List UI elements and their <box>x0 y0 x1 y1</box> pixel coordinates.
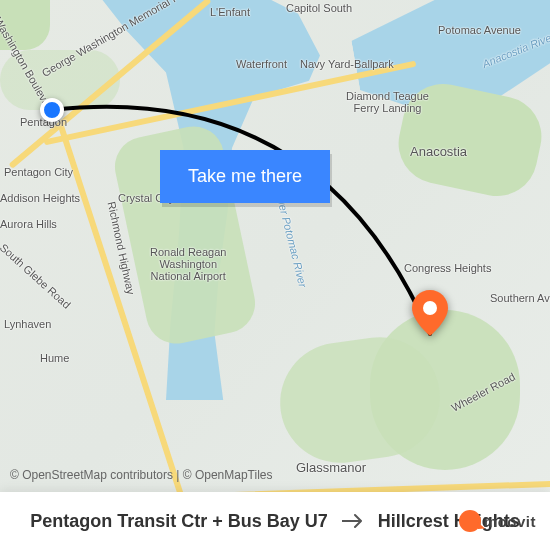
route-summary-bar: Pentagon Transit Ctr + Bus Bay U7 Hillcr… <box>0 492 550 550</box>
arrow-right-icon <box>342 513 364 529</box>
park-area <box>391 77 549 204</box>
map-label: Aurora Hills <box>0 218 57 230</box>
map-label: Pentagon City <box>4 166 73 178</box>
map-label: Capitol South <box>286 2 352 14</box>
map-canvas[interactable]: Pentagon Pentagon City Addison Heights A… <box>0 0 550 550</box>
svg-point-0 <box>423 301 437 315</box>
park-area <box>0 0 50 50</box>
map-label: Addison Heights <box>0 192 80 204</box>
map-label: Southern Avenue <box>490 292 550 304</box>
moovit-logo[interactable]: moovit <box>459 510 536 532</box>
map-attribution: © OpenStreetMap contributors | © OpenMap… <box>10 468 272 482</box>
map-label: Congress Heights <box>404 262 491 274</box>
map-label: Lynhaven <box>4 318 51 330</box>
map-label: Hume <box>40 352 69 364</box>
origin-marker[interactable] <box>40 98 64 122</box>
moovit-wordmark: moovit <box>484 513 536 530</box>
destination-marker[interactable] <box>412 290 448 336</box>
moovit-logo-icon <box>459 510 481 532</box>
take-me-there-button[interactable]: Take me there <box>160 150 330 203</box>
origin-label: Pentagon Transit Ctr + Bus Bay U7 <box>30 511 328 532</box>
map-label: South Glebe Road <box>0 241 73 310</box>
